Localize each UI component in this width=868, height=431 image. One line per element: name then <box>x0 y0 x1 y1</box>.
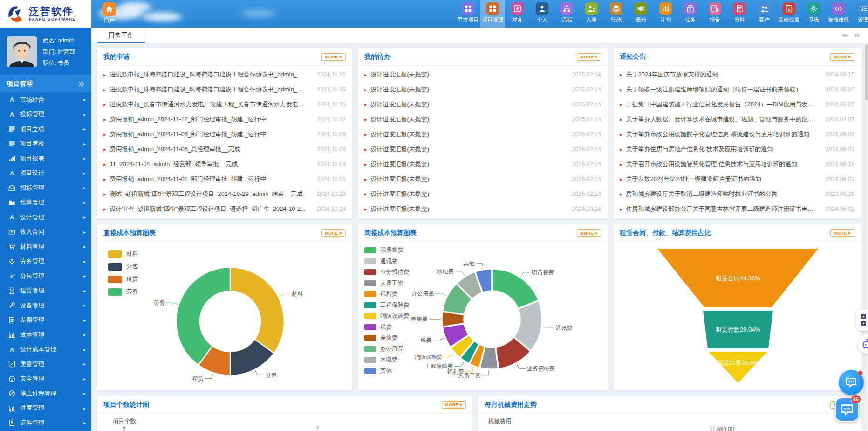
top-nav-item[interactable]: 客户 <box>752 0 777 28</box>
top-nav-item[interactable]: 人事 <box>579 0 604 28</box>
more-button[interactable]: MORE▶ <box>321 229 346 237</box>
top-nav-item[interactable]: 甲方项目 <box>456 0 480 28</box>
sidebar-menu-item[interactable]: 项目立项 ▸ <box>0 122 91 137</box>
sidebar-menu-item[interactable]: A 市场经营 ▸ <box>0 92 91 107</box>
top-nav-item[interactable]: 智能建模 <box>826 0 851 28</box>
sidebar-menu-item[interactable]: 劳务管理 ▸ <box>0 254 91 269</box>
sidebar-menu-item[interactable]: 预算管理 ▸ <box>0 195 91 210</box>
top-nav-item[interactable]: 任务 <box>678 0 703 28</box>
expand-icon[interactable] <box>854 32 861 39</box>
avatar[interactable] <box>7 36 37 67</box>
list-item[interactable]: ▸ 关于召开市政公用设施智慧化管理 信息技术与应用培训班的通知 2024.06.… <box>620 157 854 172</box>
list-item[interactable]: ▸ 进度款申报_珠海鹤港口建设_珠海鹤港口建设工程合作协议书_admin_...… <box>103 82 346 97</box>
legend-item[interactable]: 税费 <box>364 322 410 333</box>
gear-icon[interactable] <box>78 81 85 88</box>
sidebar-menu-item[interactable]: 招标管理 ▸ <box>0 181 91 195</box>
sidebar-menu-item[interactable]: 发票管理 ▸ <box>0 313 91 328</box>
chat-widget[interactable]: 45 <box>835 397 859 422</box>
list-item[interactable]: ▸ 设计进度汇报(未提交) 2025.02.14 <box>364 82 601 97</box>
top-nav-item[interactable]: 通知 <box>629 0 653 28</box>
list-item[interactable]: ▸ 设计进度汇报(未提交) 2025.02.14 <box>364 172 601 187</box>
more-button[interactable]: MORE▶ <box>830 229 854 237</box>
qr-code-widget[interactable] <box>856 309 868 331</box>
sidebar-module-header[interactable]: 项目管理 <box>0 76 91 92</box>
sidebar-menu-item[interactable]: 安全管理 ▸ <box>0 372 91 387</box>
sidebar-menu-item[interactable]: 证件管理 ▸ <box>0 416 91 431</box>
list-item[interactable]: ▸ 设计进度汇报(未提交) 2025.02.14 <box>364 187 601 202</box>
funnel-stage[interactable] <box>709 352 767 383</box>
top-nav-item[interactable]: ¥ 财务 <box>505 0 530 28</box>
list-item[interactable]: ▸ 11_2024-11-04_admin_经营部_领导审批__完成 2024.… <box>103 157 346 172</box>
list-item[interactable]: ▸ 进度款申报_长春市伊通河水力发电厂改建工程_长春市伊通河水力发电... 20… <box>103 97 346 112</box>
top-nav-item[interactable]: 计划 <box>653 0 678 28</box>
legend-item[interactable]: 业务招待费 <box>364 267 410 278</box>
sidebar-menu-item[interactable]: 进度管理 ▸ <box>0 401 91 416</box>
list-item[interactable]: ▸ 费用报销_admin_2024-11-06_部门经理审批_胡建,_运行中 2… <box>103 127 346 142</box>
more-button[interactable]: MORE▶ <box>830 53 854 61</box>
legend-item[interactable]: 租赁 <box>108 273 138 285</box>
list-item[interactable]: ▸ 关于举办市政公用设施数字化管理信息 系统建设与应用培训班的通知 2024.0… <box>620 127 854 142</box>
tab-daily-work[interactable]: 日常工作 <box>97 28 145 43</box>
list-item[interactable]: ▸ 设计进度汇报(未提交) 2025.02.14 <box>364 67 601 82</box>
list-item[interactable]: ▸ 设计进度汇报(未提交) 2025.02.14 <box>364 112 601 127</box>
legend-item[interactable]: 福利费 <box>364 289 410 300</box>
legend-item[interactable]: 办公用品 <box>364 344 410 355</box>
nav-item-portal[interactable]: 门户 <box>96 2 122 24</box>
sidebar-menu-item[interactable]: A 设计成本管理 ▸ <box>0 342 91 357</box>
message-widget[interactable] <box>839 370 864 395</box>
list-item[interactable]: ▸ 测试_彭祖新城"四馆"景观工程设计项目_2024-10-29_admin_结… <box>103 187 346 202</box>
legend-item[interactable]: 通讯费 <box>364 256 410 267</box>
sidebar-menu-item[interactable]: 项目看板 ▸ <box>0 137 91 152</box>
sidebar-menu-item[interactable]: x2 分包管理 ▸ <box>0 269 91 284</box>
top-nav-item[interactable]: 行政 <box>604 0 629 28</box>
sidebar-menu-item[interactable]: A 投标管理 ▸ <box>0 107 91 122</box>
list-item[interactable]: ▸ 设计进度汇报(未提交) 2025.02.14 <box>364 97 601 112</box>
list-item[interactable]: ▸ 关于举办住房与房地产信息化 技术及应用培训班的通知 2024.06.01 <box>620 142 854 157</box>
list-item[interactable]: ▸ 费用报销_admin_2024-11-06_总经理审批__完成 2024.1… <box>103 142 346 157</box>
list-item[interactable]: ▸ 设计进度汇报(未提交) 2025.02.14 <box>364 157 601 172</box>
top-nav-item[interactable]: 系统 <box>801 0 826 28</box>
more-button[interactable]: MORE▶ <box>321 53 346 61</box>
list-item[interactable]: ▸ 设计进度汇报(未提交) 2025.02.14 <box>364 142 601 157</box>
list-item[interactable]: ▸ 住房和城乡建设部办公厅关于同意吉林省开展二级建造师注册证书电子化试点... … <box>620 202 854 216</box>
list-item[interactable]: ▸ 费用报销_admin_2024-11-12_部门经理审批_胡建,_运行中 2… <box>103 112 346 127</box>
sidebar-menu-item[interactable]: 租赁管理 ▸ <box>0 284 91 299</box>
list-item[interactable]: ▸ 关于2024年国庆节放假安排的通知 2024.06.15 <box>620 67 854 82</box>
list-item[interactable]: ▸ 进度款申报_珠海鹤港口建设_珠海鹤港口建设工程合作协议书_admin_...… <box>103 67 346 82</box>
list-item[interactable]: ▸ 关于举办大数据、云计算技术在城市建设、规划、管理与服务中的应用培训班... … <box>620 112 854 127</box>
key-icon[interactable] <box>842 32 849 39</box>
legend-item[interactable]: 劳务 <box>108 285 138 298</box>
more-button[interactable]: MORE▶ <box>442 401 466 409</box>
top-nav-item[interactable]: 项目管理 <box>480 0 505 28</box>
sidebar-menu-item[interactable]: 质量管理 ▸ <box>0 357 91 372</box>
list-item[interactable]: ▸ 于征集《中国建筑施工行业信息化发展报告（2024）—BIM应用与发展》材料.… <box>620 97 854 112</box>
donut-slice[interactable] <box>230 267 284 353</box>
legend-item[interactable]: 职员餐费 <box>364 245 410 256</box>
legend-item[interactable]: 消防设施费 <box>364 311 410 322</box>
more-button[interactable]: MORE▶ <box>577 53 601 61</box>
sidebar-menu-item[interactable]: 成本管理 ▸ <box>0 327 91 342</box>
top-nav-item[interactable]: 流程 <box>554 0 579 28</box>
sidebar-menu-item[interactable]: 材料管理 ▸ <box>0 239 91 254</box>
list-item[interactable]: ▸ 设计审查_彭祖新城"四馆"景观工程设计项目_请选择_胡广生_2024-10-… <box>103 202 346 216</box>
top-nav-item[interactable]: 管理 <box>851 0 868 28</box>
legend-item[interactable]: 水电费 <box>364 355 410 366</box>
list-item[interactable]: ▸ 设计进度汇报(未提交) 2025.02.14 <box>364 127 601 142</box>
top-nav-item[interactable]: 报告 <box>703 0 727 28</box>
sidebar-menu-item[interactable]: 项目报表 ▸ <box>0 151 91 166</box>
scrollbar-thumb[interactable] <box>865 44 868 100</box>
list-item[interactable]: ▸ 设计进度汇报(未提交) 2024.10.24 <box>364 202 601 216</box>
sidebar-menu-item[interactable]: 设备管理 ▸ <box>0 298 91 313</box>
list-item[interactable]: ▸ 关于发放2024年第24批一级建造师注册证书的通知 2024.06.01 <box>620 172 854 187</box>
vertical-scrollbar[interactable] <box>864 43 868 431</box>
list-item[interactable]: ▸ 关于领取一级注册建造师增项贴的通知（须持一建证书前来领取） 2024.06.… <box>620 82 854 97</box>
sidebar-menu-item[interactable]: 收入合同 ▸ <box>0 225 91 240</box>
more-button[interactable]: MORE▶ <box>577 229 601 237</box>
legend-item[interactable]: 其他 <box>364 366 410 377</box>
legend-item[interactable]: 分包 <box>108 260 138 273</box>
sidebar-menu-item[interactable]: A 项目设计 ▸ <box>0 166 91 181</box>
legend-item[interactable]: 材料 <box>108 248 138 260</box>
legend-item[interactable]: 差旅费 <box>364 333 410 344</box>
list-item[interactable]: ▸ 费用报销_admin_2024-11-01_部门经理审批_胡建,_运行中 2… <box>103 172 346 187</box>
sidebar-menu-item[interactable]: A 设计管理 ▸ <box>0 210 91 225</box>
